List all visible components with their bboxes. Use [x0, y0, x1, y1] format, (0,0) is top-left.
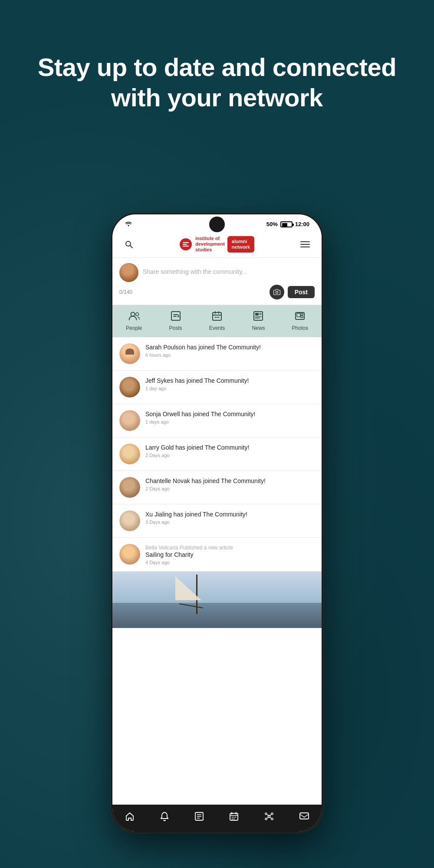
ids-logo: institute of development studies	[180, 236, 225, 253]
svg-point-7	[135, 312, 138, 316]
battery-bar	[280, 221, 293, 227]
status-bar: 50% 12:00	[112, 214, 322, 231]
feed-item[interactable]: Chantelle Novak has joined The Community…	[112, 471, 322, 504]
nav-feed[interactable]	[190, 810, 208, 823]
hero-title: Stay up to date and connected with your …	[26, 52, 408, 112]
feed-time: 3 Days ago	[145, 519, 315, 525]
avatar-face	[119, 510, 140, 531]
avatar	[119, 444, 140, 464]
camera-notch	[209, 217, 225, 232]
feed-item[interactable]: Sarah Poulson has joined The Community! …	[112, 337, 322, 371]
tab-news[interactable]: News	[248, 309, 268, 333]
tab-news-label: News	[252, 325, 265, 331]
feed-time: 2 Days ago	[145, 453, 315, 458]
tab-people[interactable]: People	[122, 309, 145, 333]
feed-title: Xu Jialing has joined The Community!	[145, 510, 315, 519]
menu-line	[300, 247, 310, 247]
nav-home[interactable]	[121, 810, 139, 823]
activity-feed: Sarah Poulson has joined The Community! …	[112, 337, 322, 805]
svg-point-6	[131, 312, 135, 316]
tab-photos[interactable]: Photos	[289, 309, 312, 333]
avatar-face	[119, 377, 140, 398]
svg-rect-4	[183, 246, 189, 247]
svg-line-46	[267, 817, 268, 819]
feed-content: Bella Velicaria Published a new article …	[145, 544, 315, 566]
feed-title: Sonja Orwell has joined The Community!	[145, 410, 315, 419]
composer-placeholder[interactable]: Share something with the community...	[143, 268, 315, 275]
feed-item[interactable]: Larry Gold has joined The Community! 2 D…	[112, 437, 322, 471]
svg-point-40	[265, 813, 267, 815]
svg-point-14	[217, 316, 218, 318]
feed-title: Jeff Sykes has joined The Community!	[145, 377, 315, 385]
photos-icon	[295, 311, 305, 323]
events-icon	[212, 311, 222, 323]
phone-screen: 50% 12:00	[112, 214, 322, 832]
article-feed-item[interactable]: Bella Velicaria Published a new article …	[112, 538, 322, 572]
battery-indicator	[280, 221, 293, 227]
avatar	[119, 510, 140, 531]
nav-network[interactable]	[260, 810, 278, 823]
composer-row: Share something with the community...	[119, 263, 315, 282]
feed-item[interactable]: Xu Jialing has joined The Community! 3 D…	[112, 504, 322, 538]
feed-title: Chantelle Novak has joined The Community…	[145, 477, 315, 486]
svg-point-5	[276, 291, 278, 293]
search-button[interactable]	[121, 237, 137, 252]
composer-bottom: 0/140 Post	[119, 285, 315, 299]
avatar-face	[119, 343, 140, 364]
wifi-icon	[125, 220, 132, 228]
feed-title: Larry Gold has joined The Community!	[145, 444, 315, 452]
phone-mockup: 50% 12:00	[111, 213, 323, 833]
svg-point-42	[265, 818, 267, 820]
feed-time: 1 day ago	[145, 386, 315, 391]
feed-title: Sarah Poulson has joined The Community!	[145, 343, 315, 352]
feed-item[interactable]: Jeff Sykes has joined The Community! 1 d…	[112, 371, 322, 404]
svg-rect-17	[255, 313, 259, 316]
composer-actions: Post	[270, 285, 315, 299]
bottom-nav	[112, 805, 322, 832]
feed-item[interactable]: Sonja Orwell has joined The Community! 1…	[112, 404, 322, 437]
alumni-badge: alumni network	[227, 236, 254, 253]
post-composer: Share something with the community... 0/…	[112, 258, 322, 305]
svg-point-38	[233, 819, 234, 819]
nav-calendar[interactable]	[225, 810, 243, 823]
menu-line	[300, 241, 310, 242]
article-title: Sailing for Charity	[145, 551, 315, 559]
ids-circle-icon	[180, 238, 192, 250]
article-time: 4 Days ago	[145, 560, 315, 565]
feed-content: Chantelle Novak has joined The Community…	[145, 477, 315, 492]
avatar	[119, 343, 140, 364]
svg-point-36	[235, 817, 236, 818]
status-left	[125, 220, 132, 228]
feed-content: Jeff Sykes has joined The Community! 1 d…	[145, 377, 315, 391]
category-tabs: People Posts	[112, 305, 322, 337]
nav-notifications[interactable]	[156, 810, 173, 823]
hero-section: Stay up to date and connected with your …	[0, 52, 434, 112]
svg-rect-25	[301, 316, 303, 318]
svg-rect-48	[300, 813, 309, 819]
menu-button[interactable]	[297, 237, 313, 252]
phone-frame: 50% 12:00	[111, 213, 323, 833]
avatar-face	[119, 477, 140, 498]
nav-messages[interactable]	[295, 811, 313, 822]
post-button[interactable]: Post	[288, 286, 315, 298]
user-face	[119, 263, 138, 282]
svg-rect-2	[183, 242, 189, 243]
logo-area: institute of development studies alumni …	[180, 236, 254, 253]
feed-time: 2 Days ago	[145, 486, 315, 491]
camera-button[interactable]	[270, 285, 284, 299]
status-right: 50% 12:00	[266, 221, 309, 227]
svg-rect-24	[301, 313, 303, 315]
menu-line	[300, 244, 310, 245]
svg-rect-23	[297, 313, 300, 317]
tab-events[interactable]: Events	[206, 309, 229, 333]
posts-icon	[171, 311, 181, 323]
avatar	[119, 477, 140, 498]
tab-posts[interactable]: Posts	[166, 309, 186, 333]
article-image	[112, 572, 322, 628]
svg-point-41	[271, 813, 273, 815]
feed-content: Sarah Poulson has joined The Community! …	[145, 343, 315, 358]
app-header: institute of development studies alumni …	[112, 231, 322, 258]
svg-point-13	[215, 316, 216, 318]
svg-point-34	[232, 817, 233, 818]
feed-time: 1 days ago	[145, 419, 315, 424]
